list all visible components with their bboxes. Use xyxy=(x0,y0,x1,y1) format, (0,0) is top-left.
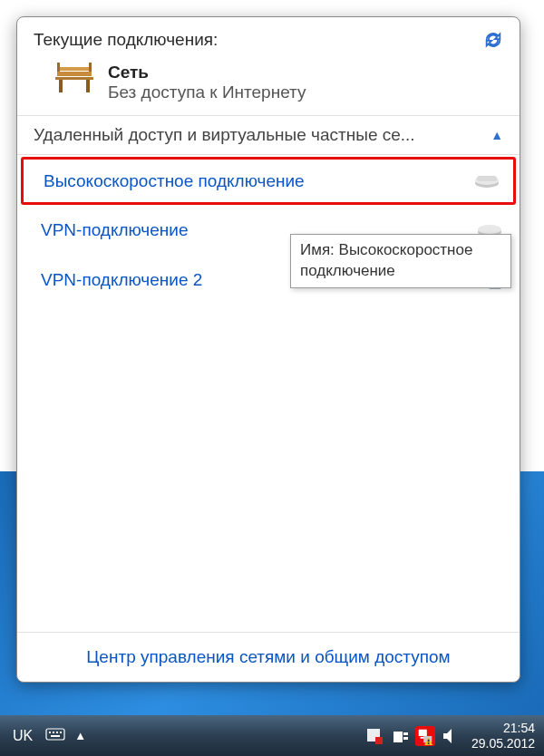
svg-point-11 xyxy=(478,225,501,234)
svg-rect-9 xyxy=(477,176,497,181)
tooltip-text: Имя: Высокоскоростное подключение xyxy=(300,241,472,279)
date-text: 29.05.2012 xyxy=(471,736,535,751)
svg-marker-33 xyxy=(443,729,452,743)
connection-label: VPN-подключение xyxy=(41,220,189,240)
svg-rect-0 xyxy=(57,72,92,76)
svg-rect-31 xyxy=(428,739,430,741)
svg-rect-2 xyxy=(55,77,93,80)
section-header-label: Удаленный доступ и виртуальные частные с… xyxy=(34,125,415,145)
connection-label: Высокоскоростное подключение xyxy=(44,171,305,191)
svg-rect-27 xyxy=(419,729,427,735)
svg-rect-32 xyxy=(428,742,430,744)
svg-rect-19 xyxy=(56,732,58,733)
svg-rect-16 xyxy=(46,729,64,740)
network-flyout: Текущие подключения: Сеть Без доступа к … xyxy=(16,16,520,683)
chevron-up-icon[interactable]: ▲ xyxy=(74,729,86,742)
taskbar: UK ▲ 21:54 29.05.2012 xyxy=(0,715,544,756)
time-text: 21:54 xyxy=(471,721,535,736)
svg-rect-24 xyxy=(393,732,403,742)
svg-rect-18 xyxy=(53,732,54,733)
keyboard-icon[interactable] xyxy=(45,727,65,744)
svg-rect-1 xyxy=(57,67,92,71)
network-tray-icon[interactable] xyxy=(415,726,435,746)
tooltip: Имя: Высокоскоростное подключение xyxy=(290,234,511,288)
flyout-footer: Центр управления сетями и общим доступом xyxy=(17,632,520,682)
volume-icon[interactable] xyxy=(441,726,461,746)
network-name: Сеть xyxy=(108,63,306,82)
svg-rect-20 xyxy=(60,732,62,733)
refresh-icon[interactable] xyxy=(483,30,503,50)
action-center-icon[interactable] xyxy=(364,726,384,746)
svg-rect-26 xyxy=(403,737,408,740)
current-network-row[interactable]: Сеть Без доступа к Интернету xyxy=(17,59,520,115)
svg-rect-23 xyxy=(375,737,383,744)
svg-rect-17 xyxy=(49,732,51,733)
language-indicator[interactable]: UK xyxy=(9,726,36,746)
modem-icon xyxy=(473,169,500,193)
power-icon[interactable] xyxy=(390,726,410,746)
svg-rect-21 xyxy=(51,735,60,737)
connection-list: Высокоскоростное подключение VPN-подключ… xyxy=(17,155,520,632)
clock[interactable]: 21:54 29.05.2012 xyxy=(466,721,535,751)
svg-rect-4 xyxy=(86,80,90,92)
system-tray: 21:54 29.05.2012 xyxy=(364,721,535,751)
connection-label: VPN-подключение 2 xyxy=(41,270,202,290)
flyout-title: Текущие подключения: xyxy=(34,30,218,50)
network-center-link[interactable]: Центр управления сетями и общим доступом xyxy=(86,647,450,666)
connection-item-broadband[interactable]: Высокоскоростное подключение xyxy=(21,157,516,205)
chevron-up-icon: ▲ xyxy=(491,128,503,142)
network-text: Сеть Без доступа к Интернету xyxy=(108,63,306,102)
svg-rect-25 xyxy=(403,732,408,735)
svg-rect-6 xyxy=(89,63,92,72)
svg-rect-5 xyxy=(57,63,60,72)
network-status: Без доступа к Интернету xyxy=(108,82,306,102)
taskbar-left: UK ▲ xyxy=(9,726,86,746)
flyout-header: Текущие подключения: xyxy=(17,17,520,59)
svg-rect-3 xyxy=(59,80,63,92)
section-header-dialup-vpn[interactable]: Удаленный доступ и виртуальные частные с… xyxy=(17,115,520,155)
park-bench-icon xyxy=(53,63,95,99)
